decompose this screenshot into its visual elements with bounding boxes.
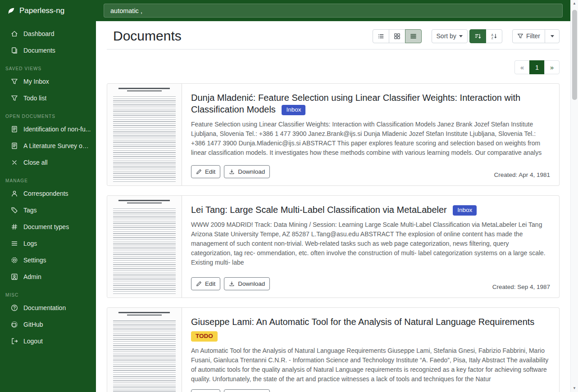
scrollbar[interactable]: ▲ ▼	[570, 0, 578, 392]
app-name: Paperless-ng	[19, 6, 64, 15]
pagination: « 1 »	[107, 60, 560, 74]
download-button[interactable]: Download	[224, 277, 270, 290]
sidebar-section-manage: MANAGE	[0, 176, 96, 186]
funnel-icon	[11, 95, 18, 102]
leaf-icon	[7, 7, 15, 15]
sidebar-item-label: Documents	[23, 47, 55, 54]
sidebar: Paperless-ng Dashboard Documents SAVED V…	[0, 0, 96, 392]
sidebar-item-admin[interactable]: Admin	[0, 270, 96, 284]
tag-icon	[11, 207, 18, 214]
document-card: Lei Tang: Large Scale Multi-Label Classi…	[107, 195, 560, 298]
files-icon	[11, 47, 18, 54]
sidebar-item-label: Logout	[23, 338, 43, 345]
sort-amount-down-button[interactable]	[469, 29, 486, 43]
sidebar-item-open-document-2[interactable]: A Literature Survey on ...	[0, 139, 96, 153]
sidebar-item-settings[interactable]: Settings	[0, 253, 96, 267]
question-circle-icon	[11, 304, 18, 311]
document-title[interactable]: Dunja Mladenić: Feature Selection using …	[191, 92, 550, 115]
app-logo[interactable]: Paperless-ng	[0, 0, 96, 21]
download-button[interactable]: Download	[224, 389, 270, 392]
list-ul-icon	[378, 33, 384, 40]
grid-icon	[394, 33, 401, 40]
sidebar-item-document-types[interactable]: Document types	[0, 220, 96, 234]
sidebar-item-todo-list[interactable]: Todo list	[0, 91, 96, 105]
main-content: Documents Sort by	[96, 21, 570, 392]
sort-by-dropdown[interactable]: Sort by	[432, 29, 468, 43]
pagination-next-button[interactable]: »	[544, 60, 560, 74]
view-details-button[interactable]	[405, 29, 422, 43]
person-badge-icon	[11, 273, 18, 280]
person-icon	[11, 190, 18, 197]
sidebar-item-label: GitHub	[23, 321, 43, 328]
sort-alpha-down-icon	[491, 33, 497, 40]
sidebar-section-open-documents: OPEN DOCUMENTS	[0, 111, 96, 122]
sort-by-label: Sort by	[437, 32, 456, 40]
sort-alpha-down-button[interactable]	[486, 29, 502, 43]
toolbar: Sort by Filter	[373, 29, 560, 43]
sidebar-item-github[interactable]: GitHub	[0, 317, 96, 332]
sidebar-item-label: Dashboard	[23, 30, 55, 37]
pagination-page-1-button[interactable]: 1	[529, 60, 545, 74]
sidebar-item-logs[interactable]: Logs	[0, 236, 96, 251]
sidebar-item-logout[interactable]: Logout	[0, 334, 96, 348]
sidebar-item-dashboard[interactable]: Dashboard	[0, 27, 96, 41]
sidebar-item-label: Todo list	[23, 95, 46, 102]
sidebar-item-documentation[interactable]: Documentation	[0, 301, 96, 315]
filter-group: Filter	[512, 29, 560, 43]
download-label: Download	[238, 280, 265, 287]
chevron-down-icon	[459, 35, 463, 37]
edit-label: Edit	[205, 280, 215, 287]
sidebar-item-open-document-1[interactable]: Identification of non-fu...	[0, 122, 96, 136]
sidebar-item-correspondents[interactable]: Correspondents	[0, 186, 96, 201]
sidebar-item-documents[interactable]: Documents	[0, 43, 96, 58]
download-label: Download	[238, 168, 265, 175]
pagination-page-item: 1	[530, 60, 545, 74]
scrollbar-thumb[interactable]	[572, 10, 577, 100]
edit-button[interactable]: Edit	[191, 165, 220, 178]
view-grid-button[interactable]	[389, 29, 405, 43]
sidebar-item-label: Documentation	[23, 304, 66, 311]
document-actions: Edit Download	[191, 165, 270, 178]
view-mode-group	[373, 29, 422, 43]
tag-badge-inbox[interactable]: Inbox	[453, 205, 477, 216]
sidebar-item-my-inbox[interactable]: My Inbox	[0, 74, 96, 89]
thumbnail-preview	[107, 196, 182, 297]
tag-badge-inbox[interactable]: Inbox	[282, 105, 305, 115]
sidebar-item-label: Document types	[23, 223, 69, 230]
sidebar-item-label: Settings	[23, 257, 46, 264]
document-actions: Edit Download	[191, 389, 270, 392]
edit-label: Edit	[205, 168, 215, 175]
document-thumbnail[interactable]	[107, 308, 182, 392]
document-thumbnail[interactable]	[107, 84, 182, 185]
chevron-down-icon	[551, 35, 554, 37]
document-thumbnail[interactable]	[107, 196, 182, 297]
view-list-button[interactable]	[373, 29, 389, 43]
download-button[interactable]: Download	[224, 165, 270, 178]
sidebar-item-tags[interactable]: Tags	[0, 203, 96, 217]
sidebar-nav: Dashboard Documents SAVED VIEWS My Inbox…	[0, 21, 96, 348]
document-card-body: Giuseppe Lami: An Automatic Tool for the…	[182, 308, 559, 392]
document-title[interactable]: Giuseppe Lami: An Automatic Tool for the…	[191, 316, 550, 328]
document-card-footer: Edit Download	[191, 389, 550, 392]
github-icon	[11, 321, 18, 328]
document-excerpt: Feature Selection using Linear Classifie…	[191, 120, 550, 160]
filter-button[interactable]: Filter	[512, 29, 545, 43]
list-icon	[11, 240, 18, 247]
edit-button[interactable]: Edit	[191, 389, 220, 392]
document-excerpt: An Automatic Tool for the Analysis of Na…	[191, 346, 550, 384]
file-text-icon	[11, 126, 18, 133]
search-input[interactable]	[104, 4, 563, 18]
edit-button[interactable]: Edit	[191, 277, 220, 290]
pagination-prev-button[interactable]: «	[514, 60, 530, 74]
tag-badge-todo[interactable]: TODO	[191, 331, 218, 342]
sidebar-item-close-all[interactable]: Close all	[0, 155, 96, 170]
document-title[interactable]: Lei Tang: Large Scale Multi-Label Classi…	[191, 204, 550, 216]
scroll-down-button[interactable]: ▼	[573, 386, 576, 391]
thumbnail-preview	[107, 308, 182, 392]
document-list: Dunja Mladenić: Feature Selection using …	[107, 83, 560, 392]
document-title-text: Lei Tang: Large Scale Multi-Label Classi…	[191, 205, 447, 215]
scroll-up-button[interactable]: ▲	[573, 1, 576, 6]
filter-dropdown-toggle[interactable]	[545, 29, 560, 43]
document-card-footer: Edit Download Created: Sep 4, 1987	[191, 277, 550, 290]
gear-icon	[11, 257, 18, 264]
